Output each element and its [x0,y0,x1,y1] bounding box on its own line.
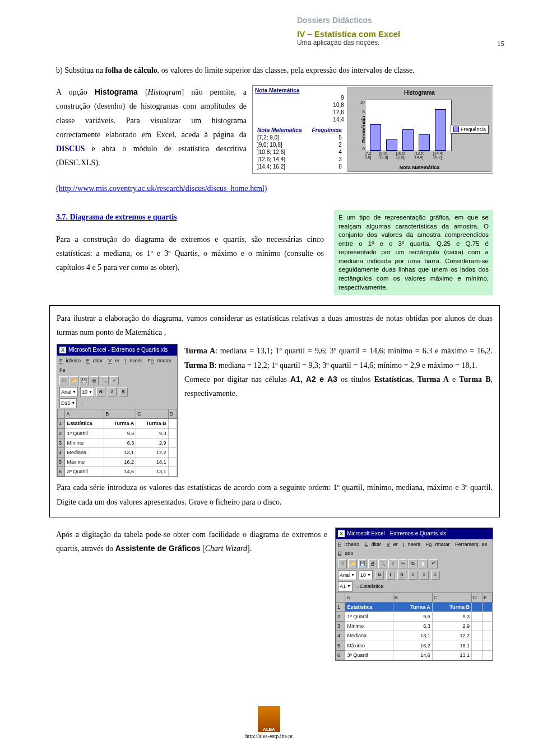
menu-data[interactable]: Dado [338,550,354,556]
font-selector[interactable]: Arial▼ [338,570,356,580]
cell[interactable]: 18,1 [432,641,471,650]
cell[interactable]: 9,6 [393,612,432,621]
print-icon[interactable]: 🖨 [368,559,377,568]
cell[interactable]: 12,2 [136,447,168,457]
col-header[interactable]: E [482,592,492,602]
preview-icon[interactable]: 🔍 [100,376,109,385]
cell-ref-box[interactable]: A1▼ [338,581,353,591]
cell[interactable] [472,602,483,612]
cell[interactable] [168,438,177,447]
menu-tools[interactable]: Fe [59,367,66,373]
col-header[interactable]: D [168,409,177,419]
print-icon[interactable]: 🖨 [90,376,99,385]
open-icon[interactable]: 📂 [348,559,357,568]
cell-ref-box[interactable]: D15▼ [59,398,77,408]
row-header[interactable]: 3 [336,622,345,631]
align-center-icon[interactable]: ≡ [420,571,429,580]
cell[interactable]: 3º Quartil [345,650,393,660]
col-header[interactable]: A [65,409,104,419]
cell[interactable]: 1º Quartil [345,612,393,621]
row-header[interactable]: 6 [58,467,65,477]
cell[interactable] [472,631,483,641]
row-header[interactable]: 5 [336,641,345,650]
cell[interactable]: 2,9 [136,438,168,447]
cell[interactable]: Máximo [345,641,393,650]
cell[interactable]: Turma B [432,602,471,612]
row-header[interactable]: 2 [336,612,345,621]
cell[interactable]: 9,6 [104,428,136,438]
bold-icon[interactable]: N [375,571,384,580]
cell[interactable]: Turma A [393,602,432,612]
row-header[interactable]: 1 [336,602,345,612]
cell[interactable]: Turma B [136,419,168,428]
discus-link[interactable]: (http://www.mis.coventry.ac.uk/research/… [56,184,267,193]
col-header[interactable]: A [345,592,393,602]
preview-icon[interactable]: 🔍 [378,559,387,568]
cell[interactable]: Mínimo [345,622,393,631]
cell[interactable] [482,612,492,621]
new-icon[interactable]: □ [59,376,68,385]
col-header[interactable]: D [472,592,483,602]
save-icon[interactable]: 💾 [80,376,89,385]
cell[interactable]: 14,6 [104,467,136,477]
section-3-7-title[interactable]: 3.7. Diagrama de extremos e quartis [56,210,324,224]
save-icon[interactable]: 💾 [358,559,367,568]
cell[interactable] [482,602,492,612]
col-header[interactable]: B [104,409,136,419]
cut-icon[interactable]: ✂ [398,559,407,568]
cell[interactable]: Turma A [104,419,136,428]
cell[interactable]: 16,2 [104,458,136,467]
cell[interactable]: Máximo [65,458,104,467]
cell[interactable]: 13,1 [136,467,168,477]
cell[interactable] [168,467,177,477]
undo-icon[interactable]: ↶ [429,559,438,568]
cell[interactable]: 2,9 [432,622,471,631]
cell[interactable]: 13,1 [104,447,136,457]
col-header[interactable]: C [136,409,168,419]
bold-icon[interactable]: N [96,388,105,396]
open-icon[interactable]: 📂 [69,376,78,385]
cell[interactable]: 18,1 [136,458,168,467]
cell[interactable]: Estatística [345,602,393,612]
underline-icon[interactable]: S [119,388,128,396]
cell[interactable]: Estatística [65,419,104,428]
cell[interactable]: Mediana [345,631,393,641]
menu-format[interactable]: Formatar [426,542,450,547]
cell[interactable] [472,612,483,621]
cell[interactable]: 9,3 [432,612,471,621]
row-header[interactable]: 5 [58,458,65,467]
new-icon[interactable]: □ [338,559,347,568]
cell[interactable] [472,641,483,650]
cell[interactable]: 1º Quartil [65,428,104,438]
menu-edit[interactable]: Editar [365,542,382,547]
font-selector[interactable]: Arial▼ [59,387,78,397]
row-header[interactable]: 4 [58,447,65,457]
align-left-icon[interactable]: ≡ [409,571,418,580]
spell-icon[interactable]: ✓ [110,376,119,385]
italic-icon[interactable]: I [386,571,395,580]
cell[interactable] [482,641,492,650]
row-header[interactable]: 2 [58,428,65,438]
cell[interactable]: 16,2 [393,641,432,650]
menu-insert[interactable]: Inserir [403,542,420,547]
spreadsheet-grid[interactable]: ABCDE1EstatísticaTurma ATurma B21º Quart… [336,592,493,660]
underline-icon[interactable]: S [397,571,406,580]
paste-icon[interactable]: 📋 [419,559,428,568]
menu-tools[interactable]: Ferramentas [455,542,487,547]
row-header[interactable]: 6 [336,650,345,660]
copy-icon[interactable]: ⧉ [409,559,418,568]
cell[interactable] [168,447,177,457]
spell-icon[interactable]: ✓ [388,559,397,568]
cell[interactable]: 6,3 [104,438,136,447]
cell[interactable] [482,631,492,641]
size-selector[interactable]: 10▼ [80,387,94,397]
row-header[interactable]: 3 [58,438,65,447]
cell[interactable] [472,650,483,660]
size-selector[interactable]: 10▼ [359,570,373,580]
cell[interactable]: 14,6 [393,650,432,660]
row-header[interactable]: 1 [58,419,65,428]
italic-icon[interactable]: I [108,388,117,396]
menu-format[interactable]: Formatar [147,358,171,363]
menu-edit[interactable]: Editar [86,358,103,363]
cell[interactable] [168,419,177,428]
